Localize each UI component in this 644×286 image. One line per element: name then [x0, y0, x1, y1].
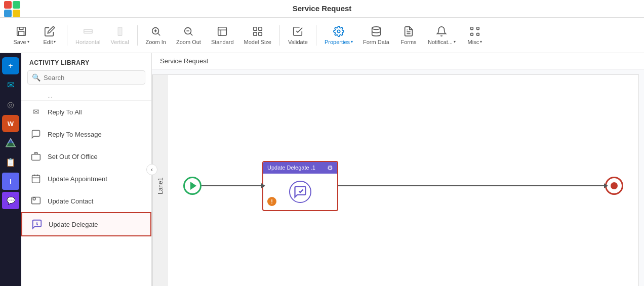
zoom-in-button[interactable]: Zoom In	[142, 20, 170, 51]
node-icon	[289, 181, 311, 203]
list-item-scrolled: ...	[21, 91, 151, 101]
plus-icon-btn[interactable]: +	[2, 57, 19, 74]
vertical-button[interactable]: Vertical	[107, 20, 133, 51]
library-list: ... ✉ Reply To All Reply To Message Set …	[21, 89, 151, 286]
library-item-reply-to-message[interactable]: Reply To Message	[21, 123, 151, 145]
update-delegate-icon	[30, 218, 44, 231]
svg-rect-17	[477, 33, 479, 35]
svg-rect-8	[253, 32, 256, 35]
horizontal-button[interactable]: Horizontal	[71, 20, 105, 51]
activity-node[interactable]: Update Delegate .1 ⚙ !	[262, 161, 338, 211]
flow-start-node[interactable]	[183, 177, 202, 195]
svg-marker-20	[6, 143, 15, 147]
page-title: Service Request	[293, 4, 352, 13]
properties-button[interactable]: Properties▾	[320, 20, 357, 51]
clipboard-icon-btn[interactable]: 📋	[2, 153, 19, 171]
library-item-update-delegate[interactable]: Update Delegate	[21, 212, 151, 236]
flow-arrow-1	[202, 185, 262, 186]
lane-label: Lane1	[152, 75, 168, 286]
standard-button[interactable]: Standard	[207, 20, 238, 51]
svg-rect-14	[471, 27, 473, 29]
id-icon-btn[interactable]: I	[2, 173, 19, 190]
forms-button[interactable]: Forms	[395, 20, 422, 51]
misc-button[interactable]: Misc▾	[462, 20, 488, 51]
node-gear-icon[interactable]: ⚙	[327, 164, 333, 172]
svg-rect-15	[477, 27, 479, 29]
search-input[interactable]	[44, 74, 141, 81]
zoom-out-button[interactable]: Zoom Out	[172, 20, 205, 51]
svg-point-10	[337, 30, 340, 33]
notifications-button[interactable]: Notificat...▾	[424, 20, 460, 51]
svg-marker-19	[7, 139, 14, 143]
collapse-panel-button[interactable]: ‹	[146, 164, 157, 175]
save-button[interactable]: Save▾	[8, 20, 34, 51]
library-item-update-appointment[interactable]: Update Appointment	[21, 168, 151, 190]
svg-point-11	[372, 26, 381, 29]
svg-rect-21	[32, 154, 41, 160]
validate-button[interactable]: Validate	[284, 20, 312, 51]
canvas-content: Lane1 Update Delegate .1	[152, 69, 644, 286]
update-contact-icon	[29, 194, 43, 208]
svg-rect-16	[471, 33, 473, 35]
activity-node-header: Update Delegate .1 ⚙	[263, 162, 337, 174]
activity-library: ACTIVITY LIBRARY 🔍 ... ✉ Reply To All Re…	[21, 53, 152, 286]
library-item-set-out-of-office[interactable]: Set Out Of Office	[21, 145, 151, 168]
library-item-reply-to-all[interactable]: ✉ Reply To All	[21, 101, 151, 123]
svg-rect-9	[259, 32, 262, 35]
activity-node-body: !	[263, 174, 337, 210]
search-icon: 🔍	[32, 73, 41, 81]
drive-icon-btn[interactable]	[2, 134, 19, 151]
reply-message-icon	[29, 128, 43, 141]
svg-rect-6	[253, 27, 256, 30]
word-icon-btn[interactable]: W	[2, 115, 19, 132]
form-data-button[interactable]: Form Data	[359, 20, 393, 51]
flow-arrow-2	[338, 185, 605, 186]
app-logo	[4, 1, 20, 17]
canvas-header: Service Request	[152, 53, 644, 69]
search-box[interactable]: 🔍	[27, 70, 145, 85]
sidebar-icons: + ✉ ◎ W 📋 I 💬	[0, 53, 21, 286]
edit-button[interactable]: Edit▾	[36, 20, 63, 51]
library-item-update-contact[interactable]: Update Contact	[21, 190, 151, 212]
chat-icon-btn[interactable]: 💬	[2, 192, 19, 209]
warning-badge: !	[267, 197, 276, 206]
canvas-area: Service Request Lane1	[152, 53, 644, 286]
exchange-icon-btn[interactable]: ✉	[2, 76, 19, 94]
svg-rect-22	[32, 175, 40, 183]
svg-rect-7	[259, 27, 262, 30]
out-of-office-icon	[29, 150, 43, 163]
svg-rect-5	[218, 27, 227, 35]
update-appointment-icon	[29, 172, 43, 185]
model-size-button[interactable]: Model Size	[240, 20, 275, 51]
reply-all-icon: ✉	[29, 105, 43, 118]
eye-icon-btn[interactable]: ◎	[2, 96, 19, 113]
library-header: ACTIVITY LIBRARY	[21, 53, 151, 70]
